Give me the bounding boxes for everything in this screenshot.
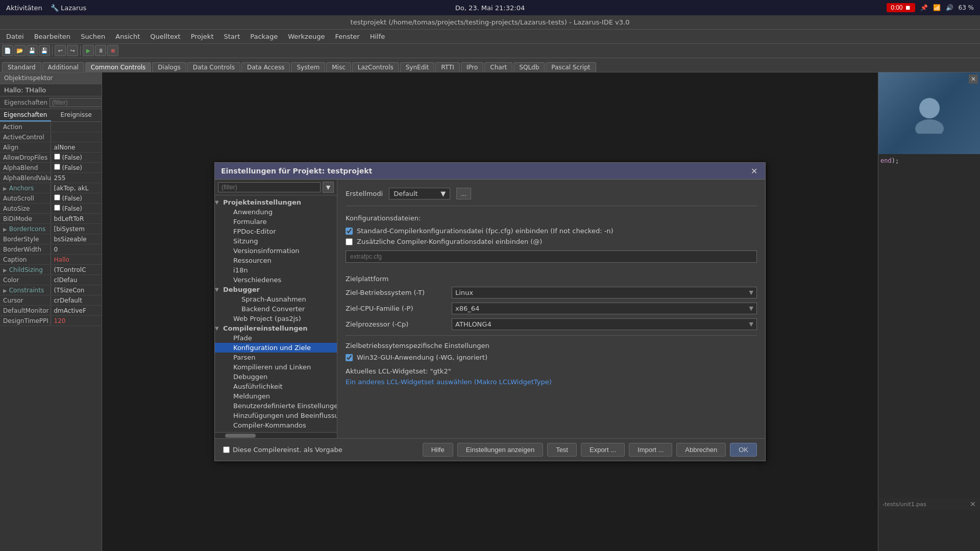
list-item[interactable]: AlphaBlend(False) — [0, 163, 102, 173]
list-item[interactable]: Anwendung — [215, 207, 337, 217]
tab-system[interactable]: System — [291, 62, 325, 72]
record-button[interactable]: 0:00 ⏹ — [887, 3, 915, 12]
tab-standard[interactable]: Standard — [2, 62, 41, 72]
tab-ipro[interactable]: IPro — [461, 62, 484, 72]
list-item[interactable]: Benutzerdefinierte Einstellungen — [215, 401, 337, 411]
list-item[interactable]: ColorclDefau — [0, 275, 102, 285]
menu-hilfe[interactable]: Hilfe — [366, 31, 389, 42]
list-item[interactable]: BorderStylebsSizeable — [0, 234, 102, 244]
list-item[interactable]: Ausführlichkeit — [215, 382, 337, 391]
toolbar-redo[interactable]: ↪ — [67, 45, 78, 56]
list-item[interactable]: FPDoc-Editor — [215, 227, 337, 236]
tab-additional[interactable]: Additional — [42, 62, 84, 72]
oi-tab-properties[interactable]: Eigenschaften — [0, 109, 51, 121]
list-item[interactable]: ▶Anchors[akTop, akL — [0, 183, 102, 193]
toolbar-open[interactable]: 📂 — [14, 45, 26, 56]
tab-synedit[interactable]: SynEdit — [400, 62, 435, 72]
toolbar-new[interactable]: 📄 — [2, 45, 13, 56]
list-item[interactable]: AlphaBlendValue255 — [0, 173, 102, 183]
btn-einstellungen-anzeigen[interactable]: Einstellungen anzeigen — [457, 443, 543, 457]
list-item[interactable]: Backend Converter — [215, 304, 337, 314]
dialog-close-button[interactable]: ✕ — [749, 166, 759, 176]
list-item[interactable]: AllowDropFiles(False) — [0, 153, 102, 163]
tree-scrollbar[interactable] — [215, 432, 337, 438]
right-panel-close-button[interactable]: ✕ — [969, 74, 978, 84]
list-item[interactable]: ▼Compilereinstellungen — [215, 323, 337, 333]
list-item[interactable]: Konfiguration und Ziele — [215, 343, 337, 353]
dots-button[interactable]: ... — [456, 188, 471, 199]
tab-data-controls[interactable]: Data Controls — [187, 62, 240, 72]
list-item[interactable]: BiDiModebdLeftToR — [0, 214, 102, 224]
list-item[interactable]: Action — [0, 122, 102, 132]
list-item[interactable]: Formulare — [215, 217, 337, 227]
list-item[interactable]: Ressourcen — [215, 256, 337, 265]
menu-werkzeuge[interactable]: Werkzeuge — [284, 31, 329, 42]
toolbar-save[interactable]: 💾 — [27, 45, 38, 56]
tab-dialogs[interactable]: Dialogs — [152, 62, 186, 72]
tab-common-controls[interactable]: Common Controls — [85, 62, 152, 72]
list-item[interactable]: ActiveControl — [0, 132, 102, 142]
toolbar-undo[interactable]: ↩ — [55, 45, 66, 56]
target-proc-select[interactable]: ATHLONG4 ▼ — [452, 318, 757, 330]
list-item[interactable]: Verschiedenes — [215, 275, 337, 285]
list-item[interactable]: Meldungen — [215, 391, 337, 401]
list-item[interactable]: AlignalNone — [0, 142, 102, 153]
list-item[interactable]: CursorcrDefault — [0, 295, 102, 306]
list-item[interactable]: Sprach-Ausnahmen — [215, 294, 337, 304]
list-item[interactable]: DefaultMonitordmActiveF — [0, 306, 102, 316]
menu-ansicht[interactable]: Ansicht — [111, 31, 144, 42]
list-item[interactable]: Parsen — [215, 353, 337, 362]
btn-ok[interactable]: OK — [730, 443, 757, 457]
tab-sqldb[interactable]: SQLdb — [513, 62, 545, 72]
menu-bearbeiten[interactable]: Bearbeiten — [30, 31, 75, 42]
footer-checkbox[interactable] — [223, 446, 230, 453]
menu-start[interactable]: Start — [219, 31, 244, 42]
list-item[interactable]: Debuggen — [215, 372, 337, 382]
menu-suchen[interactable]: Suchen — [77, 31, 109, 42]
oi-tab-events[interactable]: Ereignisse — [51, 109, 102, 121]
tab-lazcontrols[interactable]: LazControls — [352, 62, 399, 72]
tab-rtti[interactable]: RTTI — [435, 62, 459, 72]
checkbox-0[interactable] — [346, 228, 353, 235]
menu-projekt[interactable]: Projekt — [187, 31, 218, 42]
lazarus-label[interactable]: 🔧 Lazarus — [51, 4, 87, 12]
list-item[interactable]: Hinzufügungen und Beeinflussungen — [215, 411, 337, 420]
list-item[interactable]: i18n — [215, 265, 337, 275]
toolbar-stop[interactable]: ⏹ — [107, 45, 118, 56]
tree-filter-input[interactable] — [218, 182, 321, 192]
tab-misc[interactable]: Misc — [326, 62, 351, 72]
list-item[interactable]: ▶ChildSizing(TControlC — [0, 265, 102, 275]
toolbar-save-all[interactable]: 💾 — [39, 45, 50, 56]
file-tab-close[interactable]: ✕ — [970, 500, 976, 508]
target-os-select[interactable]: Linux ▼ — [452, 287, 757, 298]
btn-import[interactable]: Import ... — [629, 443, 672, 457]
btn-abbrechen[interactable]: Abbrechen — [676, 443, 726, 457]
list-item[interactable]: Web Project (pas2js) — [215, 314, 337, 323]
tab-chart[interactable]: Chart — [484, 62, 512, 72]
list-item[interactable]: ▶Constraints(TSizeCon — [0, 285, 102, 295]
tab-data-access[interactable]: Data Access — [241, 62, 290, 72]
menu-fenster[interactable]: Fenster — [331, 31, 363, 42]
list-item[interactable]: Sitzung — [215, 236, 337, 246]
erstellmodi-dropdown[interactable]: Default ▼ — [389, 188, 450, 199]
menu-package[interactable]: Package — [246, 31, 282, 42]
aktuelles-link[interactable]: Ein anderes LCL-Widgetset auswählen (Mak… — [346, 378, 552, 386]
checkbox-1[interactable] — [346, 238, 353, 245]
activities-label[interactable]: Aktivitäten — [6, 4, 42, 12]
toolbar-run[interactable]: ▶ — [83, 45, 94, 56]
menu-datei[interactable]: Datei — [2, 31, 28, 42]
list-item[interactable]: BorderWidth0 — [0, 244, 102, 255]
list-item[interactable]: AutoSize(False) — [0, 204, 102, 214]
tab-pascal-script[interactable]: Pascal Script — [546, 62, 596, 72]
list-item[interactable]: CaptionHallo — [0, 255, 102, 265]
list-item[interactable]: Kompilieren und Linken — [215, 362, 337, 372]
target-cpu-select[interactable]: x86_64 ▼ — [452, 303, 757, 314]
list-item[interactable]: ▼Debugger — [215, 285, 337, 294]
btn-hilfe[interactable]: Hilfe — [423, 443, 453, 457]
btn-export[interactable]: Export ... — [581, 443, 625, 457]
btn-test[interactable]: Test — [547, 443, 577, 457]
list-item[interactable]: Versionsinformation — [215, 246, 337, 256]
list-item[interactable]: Compiler-Kommandos — [215, 420, 337, 430]
list-item[interactable]: ▶BorderIcons[biSystem — [0, 224, 102, 234]
extrafpc-input[interactable] — [346, 251, 757, 263]
